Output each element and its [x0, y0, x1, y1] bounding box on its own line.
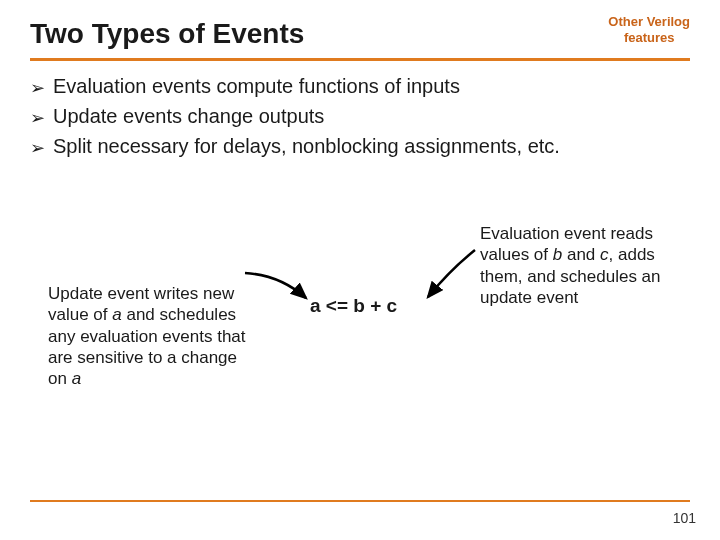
bullet-arrow-icon: ➢: [30, 75, 45, 101]
left-annotation: Update event writes new value of a and s…: [48, 283, 248, 389]
footer-divider: [30, 500, 690, 502]
bullet-item: ➢ Split necessary for delays, nonblockin…: [30, 135, 690, 161]
code-expression: a <= b + c: [310, 295, 397, 317]
right-annotation: Evaluation event reads values of b and c…: [480, 223, 702, 308]
bullet-text: Update events change outputs: [53, 105, 324, 128]
page-number: 101: [673, 510, 696, 526]
bullet-text: Split necessary for delays, nonblocking …: [53, 135, 560, 158]
slide-header: Two Types of Events Other Verilog featur…: [0, 0, 720, 58]
slide-title: Two Types of Events: [30, 18, 304, 50]
bullet-arrow-icon: ➢: [30, 105, 45, 131]
bullet-list: ➢ Evaluation events compute functions of…: [0, 61, 720, 175]
diagram-area: a <= b + c Update event writes new value…: [30, 185, 690, 435]
bullet-arrow-icon: ➢: [30, 135, 45, 161]
section-label: Other Verilog features: [608, 14, 690, 45]
right-arrow-icon: [420, 245, 490, 315]
bullet-item: ➢ Update events change outputs: [30, 105, 690, 131]
left-arrow-icon: [240, 265, 320, 325]
section-label-line2: features: [608, 30, 690, 46]
section-label-line1: Other Verilog: [608, 14, 690, 30]
bullet-text: Evaluation events compute functions of i…: [53, 75, 460, 98]
bullet-item: ➢ Evaluation events compute functions of…: [30, 75, 690, 101]
